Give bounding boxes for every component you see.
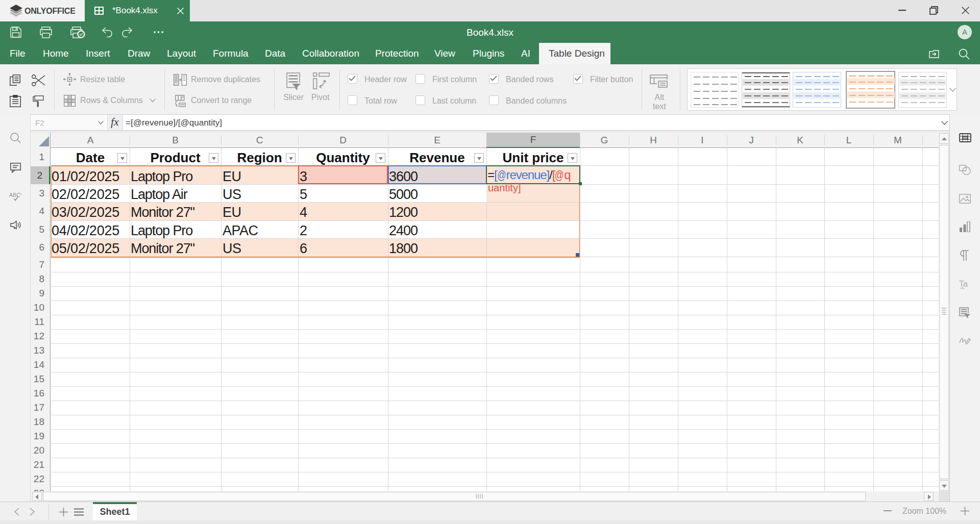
svg-text:Ta: Ta — [959, 280, 968, 288]
svg-text:ABC: ABC — [9, 192, 20, 198]
